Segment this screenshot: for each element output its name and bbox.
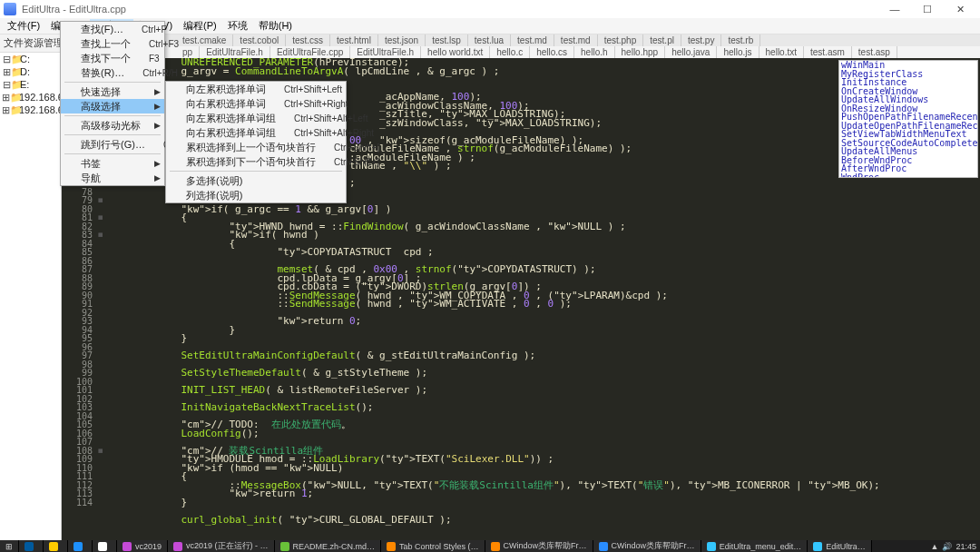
file-tab[interactable]: hello.h bbox=[574, 46, 614, 58]
symbol-list[interactable]: wWinMainMyRegisterClassInitInstanceOnCre… bbox=[838, 60, 978, 178]
file-tab[interactable]: hello.cs bbox=[530, 46, 574, 58]
file-tab[interactable]: test.json bbox=[378, 34, 426, 46]
file-tab[interactable]: test.lsp bbox=[426, 34, 468, 46]
taskbar-item[interactable]: vc2019 bbox=[117, 540, 168, 552]
file-tab[interactable]: test.cobol bbox=[233, 34, 286, 46]
menu-文件(F)[interactable]: 文件(F) bbox=[2, 19, 45, 34]
tree-node[interactable]: ⊟📁E: bbox=[0, 78, 61, 91]
app-icon bbox=[4, 3, 16, 15]
file-tab[interactable]: test.md bbox=[554, 34, 598, 46]
menu-item[interactable]: 书签▶ bbox=[61, 156, 164, 171]
file-tab[interactable]: EditUltraFile.h bbox=[200, 46, 270, 58]
window-title: EditUltra - EditUltra.cpp bbox=[22, 4, 126, 15]
file-explorer-header: 文件资源管理器 bbox=[0, 34, 61, 53]
taskbar-item[interactable] bbox=[68, 540, 93, 552]
file-tab[interactable]: test.php bbox=[598, 34, 644, 46]
taskbar-item[interactable]: EditUltra… bbox=[808, 540, 872, 552]
file-tab[interactable]: test.md bbox=[511, 34, 554, 46]
start-button[interactable]: ⊞ bbox=[0, 540, 19, 552]
taskbar-item[interactable]: EditUltra_menu_edit… bbox=[701, 540, 808, 552]
file-tab[interactable]: hello.c bbox=[490, 46, 530, 58]
menu-item[interactable]: 查找下一个F3 bbox=[61, 51, 164, 65]
file-tab[interactable]: test.cmake bbox=[176, 34, 233, 46]
menu-item[interactable]: 多选择(说明) bbox=[166, 173, 346, 188]
taskbar-item[interactable]: vc2019 (正在运行) - … bbox=[168, 540, 275, 552]
menu-item[interactable]: 查找上一个Ctrl+F3 bbox=[61, 36, 164, 51]
file-tab[interactable]: test.py bbox=[681, 34, 721, 46]
menu-item[interactable]: 向左累积选择单词Ctrl+Shift+Left bbox=[166, 82, 346, 96]
advanced-select-submenu[interactable]: 向左累积选择单词Ctrl+Shift+Left向右累积选择单词Ctrl+Shif… bbox=[165, 81, 347, 203]
clock: 21:45 bbox=[956, 542, 976, 551]
menu-帮助(H)[interactable]: 帮助(H) bbox=[253, 19, 298, 34]
menu-环境[interactable]: 环境 bbox=[222, 19, 253, 34]
taskbar-item[interactable] bbox=[44, 540, 68, 552]
menu-item[interactable]: 跳到行号(G)…Ctrl+G bbox=[61, 137, 164, 152]
file-tab[interactable]: hello.hpp bbox=[615, 46, 666, 58]
menu-item[interactable]: 高级选择▶ bbox=[61, 99, 164, 113]
menu-item[interactable]: 累积选择到上一个语句块首行Ctrl+Shift+[ bbox=[166, 140, 346, 154]
file-tab[interactable]: test.lua bbox=[468, 34, 511, 46]
tab-row-2[interactable]: ppEditUltraFile.hEditUltraFile.cppEditUl… bbox=[62, 46, 980, 58]
menu-item[interactable]: 导航▶ bbox=[61, 171, 164, 185]
file-tab[interactable]: test.css bbox=[286, 34, 330, 46]
tree-node[interactable]: ⊞📁192.168.6. bbox=[0, 91, 61, 104]
tree-node[interactable]: ⊟📁C: bbox=[0, 53, 61, 65]
file-tree[interactable]: ⊟📁C:⊞📁D:⊟📁E:⊞📁192.168.6.⊞📁192.168.6. bbox=[0, 53, 61, 116]
menu-item[interactable]: 列选择(说明) bbox=[166, 188, 346, 202]
file-tab[interactable]: EditUltraFile.cpp bbox=[270, 46, 350, 58]
file-tab[interactable]: test.asm bbox=[804, 46, 852, 58]
taskbar-item[interactable] bbox=[93, 540, 117, 552]
menu-item[interactable]: 累积选择到下一个语句块首行Ctrl+Shift+] bbox=[166, 154, 346, 169]
taskbar-item[interactable] bbox=[19, 540, 44, 552]
file-tab[interactable]: test.asp bbox=[852, 46, 897, 58]
taskbar[interactable]: ⊞vc2019vc2019 (正在运行) - …README.zh-CN.md…… bbox=[0, 540, 980, 552]
file-tab[interactable]: test.pl bbox=[643, 34, 681, 46]
tree-node[interactable]: ⊞📁192.168.6. bbox=[0, 104, 61, 116]
file-tab[interactable]: pp bbox=[176, 46, 200, 58]
symbol-item[interactable]: WndProc bbox=[841, 173, 975, 179]
file-tab[interactable]: hello.txt bbox=[760, 46, 804, 58]
taskbar-item[interactable]: CWindow类库帮助Fr… bbox=[593, 540, 701, 552]
taskbar-item[interactable]: README.zh-CN.md… bbox=[275, 540, 382, 552]
taskbar-item[interactable]: CWindow类库帮助Fr… bbox=[485, 540, 593, 552]
tree-node[interactable]: ⊞📁D: bbox=[0, 65, 61, 78]
search-menu-dropdown[interactable]: 查找(F)…Ctrl+F查找上一个Ctrl+F3查找下一个F3替换(R)…Ctr… bbox=[60, 21, 165, 186]
close-button[interactable]: ✕ bbox=[944, 1, 976, 17]
menu-item[interactable]: 快速选择▶ bbox=[61, 84, 164, 99]
menu-item[interactable]: 向右累积选择单词组Ctrl+Shift+Alt+Right bbox=[166, 125, 346, 140]
maximize-button[interactable]: ☐ bbox=[911, 1, 944, 17]
menu-item[interactable]: 向右累积选择单词Ctrl+Shift+Right bbox=[166, 96, 346, 111]
menu-item[interactable]: 向左累积选择单词组Ctrl+Shift+Alt+Left bbox=[166, 111, 346, 125]
tab-row-1[interactable]: test.cmaketest.coboltest.csstest.htmltes… bbox=[62, 34, 980, 46]
menu-item[interactable]: 高级移动光标▶ bbox=[61, 118, 164, 133]
file-tab[interactable]: test.rb bbox=[721, 34, 760, 46]
系统托盘[interactable]: ▲🔊21:45 bbox=[931, 542, 980, 551]
minimize-button[interactable]: — bbox=[878, 1, 911, 17]
file-tab[interactable]: hello.js bbox=[717, 46, 759, 58]
menu-item[interactable]: 查找(F)…Ctrl+F bbox=[61, 22, 164, 36]
taskbar-item[interactable]: Tab Control Styles (… bbox=[381, 540, 485, 552]
file-tab[interactable]: EditUltraFile.h bbox=[350, 46, 421, 58]
menu-item[interactable]: 替换(R)…Ctrl+R/H bbox=[61, 65, 164, 80]
menu-编程(P)[interactable]: 编程(P) bbox=[178, 19, 222, 34]
file-tab[interactable]: hello world.txt bbox=[421, 46, 490, 58]
file-tab[interactable]: hello.java bbox=[665, 46, 717, 58]
file-tab[interactable]: test.html bbox=[330, 34, 378, 46]
